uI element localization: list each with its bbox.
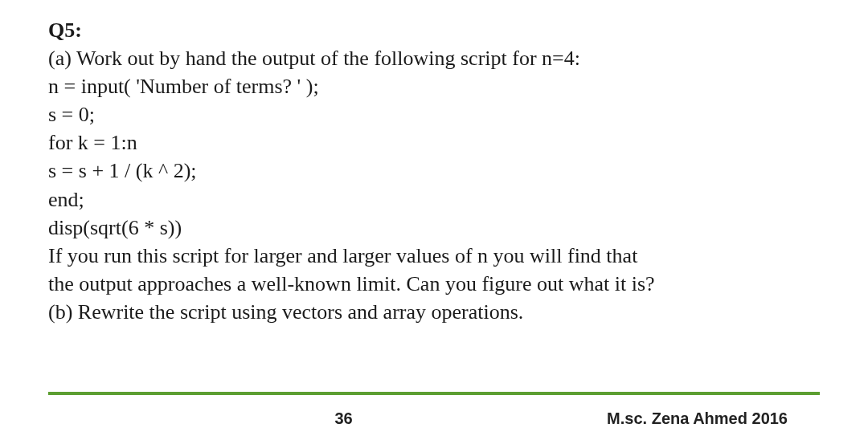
part-a-followup-line1: If you run this script for larger and la… — [48, 242, 820, 270]
question-block: Q5: (a) Work out by hand the output of t… — [48, 16, 820, 326]
code-line-4: s = s + 1 / (k ^ 2); — [48, 157, 820, 185]
part-b: (b) Rewrite the script using vectors and… — [48, 298, 820, 326]
code-line-2: s = 0; — [48, 100, 820, 128]
footer: 36 M.sc. Zena Ahmed 2016 — [48, 392, 820, 428]
part-a-followup-line2: the output approaches a well-known limit… — [48, 270, 820, 298]
code-line-5: end; — [48, 185, 820, 214]
code-line-1: n = input( 'Number of terms? ' ); — [48, 72, 820, 100]
page-number: 36 — [80, 409, 607, 428]
document-page: Q5: (a) Work out by hand the output of t… — [0, 0, 868, 444]
separator-line — [48, 392, 820, 395]
question-label: Q5: — [48, 16, 820, 44]
author-info: M.sc. Zena Ahmed 2016 — [607, 409, 788, 428]
footer-row: 36 M.sc. Zena Ahmed 2016 — [48, 409, 820, 428]
code-line-6: disp(sqrt(6 * s)) — [48, 214, 820, 242]
part-a-intro: (a) Work out by hand the output of the f… — [48, 44, 820, 72]
code-line-3: for k = 1:n — [48, 128, 820, 157]
